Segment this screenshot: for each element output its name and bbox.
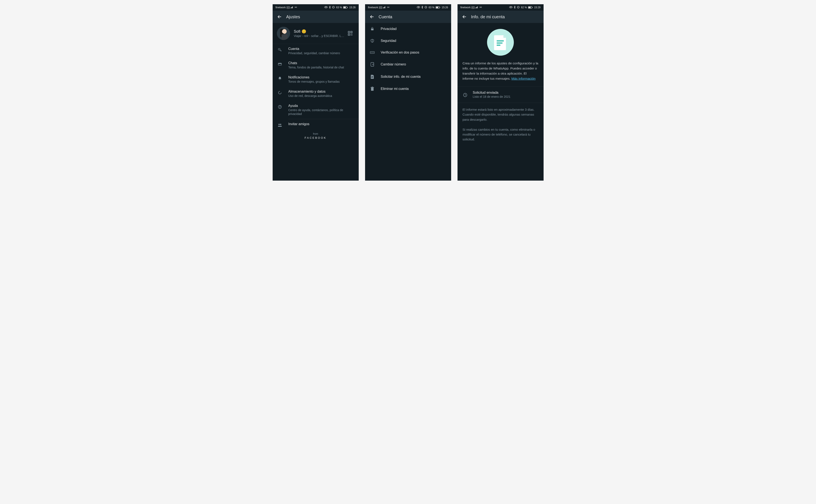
footer-from-label: from [273,132,359,135]
vibrate-icon [424,6,427,9]
settings-item-subtitle: Tonos de mensajes, grupos y llamadas [288,80,354,84]
net-label: 4G [287,6,290,9]
svg-rect-61 [477,7,477,8]
bluetooth-icon [329,6,331,9]
qr-button[interactable] [346,29,354,38]
document-illustration [487,29,514,56]
svg-rect-29 [278,63,281,64]
app-bar: Info. de mi cuenta [458,11,544,23]
settings-item-subtitle: Centro de ayuda, contáctanos, política d… [288,108,354,116]
svg-rect-37 [384,7,385,8]
avatar [277,27,290,40]
svg-rect-54 [371,77,373,77]
clock-label: 15:29 [534,6,540,9]
battery-pct: 63 % [336,6,342,9]
shield-icon [369,39,375,43]
svg-point-63 [480,7,481,7]
status-bar: finetwork 4G 62 % 15:29 [458,4,544,11]
hotspot-icon [479,6,482,9]
list-item-label: Solicitar info. de mi cuenta [381,75,421,79]
svg-point-34 [280,124,281,125]
battery-icon [343,6,348,9]
settings-item-account[interactable]: Cuenta Privacidad, seguridad, cambiar nú… [273,44,359,58]
app-bar: Cuenta [365,11,451,23]
svg-rect-41 [425,6,426,8]
svg-point-50 [372,52,373,53]
page-title: Cuenta [379,14,392,19]
eye-icon [417,6,420,9]
profile-status: Viajar - reír - soñar…y ESCRIBIR. L… [294,34,346,38]
svg-rect-60 [476,7,476,8]
profile-row[interactable]: Sofi ☺️ Viajar - reír - soñar…y ESCRIBIR… [273,23,359,44]
carrier-label: finetwork [276,6,286,9]
settings-item-title: Almacenamiento y datos [288,90,354,93]
carrier-label: finetwork [368,6,378,9]
svg-rect-46 [440,7,440,8]
svg-rect-35 [383,8,383,8]
info-intro: Crea un informe de los ajustes de config… [463,61,538,81]
chat-icon [277,62,283,66]
people-icon [277,123,283,127]
svg-rect-62 [477,6,478,8]
svg-rect-38 [385,6,385,8]
account-item-two-step[interactable]: Verificación en dos pasos [365,47,451,58]
svg-rect-45 [436,7,438,8]
svg-rect-11 [347,7,348,8]
svg-rect-18 [349,32,349,33]
carrier-label: finetwork [460,6,471,9]
account-item-delete[interactable]: Eliminar mi cuenta [365,83,451,95]
status-bar: finetwork 4G 63 % 15:26 [273,4,359,11]
vibrate-icon [332,6,335,9]
svg-point-40 [418,7,419,8]
svg-point-64 [511,7,511,8]
battery-pct: 63 % [429,6,434,9]
back-button[interactable] [459,12,469,22]
account-item-request-info[interactable]: Solicitar info. de mi cuenta [365,71,451,83]
settings-item-subtitle: Privacidad, seguridad, cambiar número [288,51,354,55]
back-button[interactable] [367,12,377,22]
settings-item-storage[interactable]: Almacenamiento y datos Uso de red, desca… [273,87,359,101]
signal-icon [475,6,478,9]
eye-icon [509,6,513,9]
settings-item-title: Notificaciones [288,75,354,79]
svg-rect-55 [371,78,373,78]
document-icon [369,74,375,79]
settings-item-help[interactable]: Ayuda Centro de ayuda, contáctanos, polí… [273,101,359,119]
profile-name: Sofi ☺️ [294,29,346,34]
signal-icon [383,6,386,9]
settings-item-chats[interactable]: Chats Tema, fondos de pantalla, historia… [273,58,359,72]
account-item-change-number[interactable]: Cambiar número [365,58,451,71]
request-status-title: Solicitud enviada [473,91,510,95]
clock-label: 15:26 [442,6,448,9]
settings-item-invite[interactable]: Invitar amigos [273,119,359,130]
more-info-link[interactable]: Más información [511,77,536,80]
settings-item-subtitle: Uso de red, descarga automática [288,94,354,98]
request-status-row[interactable]: Solicitud enviada Listo el 18 de enero d… [458,86,544,103]
svg-rect-26 [352,35,352,35]
svg-rect-69 [528,7,531,8]
account-item-security[interactable]: Seguridad [365,35,451,47]
settings-item-title: Ayuda [288,104,354,108]
svg-point-51 [373,52,374,53]
vibrate-icon [517,6,520,9]
settings-item-title: Chats [288,61,354,65]
list-item-label: Seguridad [381,39,396,43]
pin-icon [369,51,375,54]
settings-item-title: Invitar amigos [288,122,354,126]
svg-rect-57 [371,87,374,88]
settings-item-notifications[interactable]: Notificaciones Tonos de mensajes, grupos… [273,72,359,87]
list-item-label: Privacidad [381,27,397,31]
svg-rect-58 [372,87,373,87]
svg-rect-22 [349,34,349,35]
svg-rect-24 [352,34,352,34]
page-title: Ajustes [286,14,300,19]
svg-rect-20 [351,32,352,33]
back-button[interactable] [274,12,285,22]
page-title: Info. de mi cuenta [471,14,505,19]
settings-screen: finetwork 4G 63 % 15:26 Ajustes [273,4,359,181]
svg-rect-70 [532,7,533,8]
hotspot-icon [387,6,390,9]
account-item-privacy[interactable]: Privacidad [365,23,451,35]
settings-item-subtitle: Tema, fondos de pantalla, historial de c… [288,65,354,69]
svg-rect-73 [497,45,500,46]
